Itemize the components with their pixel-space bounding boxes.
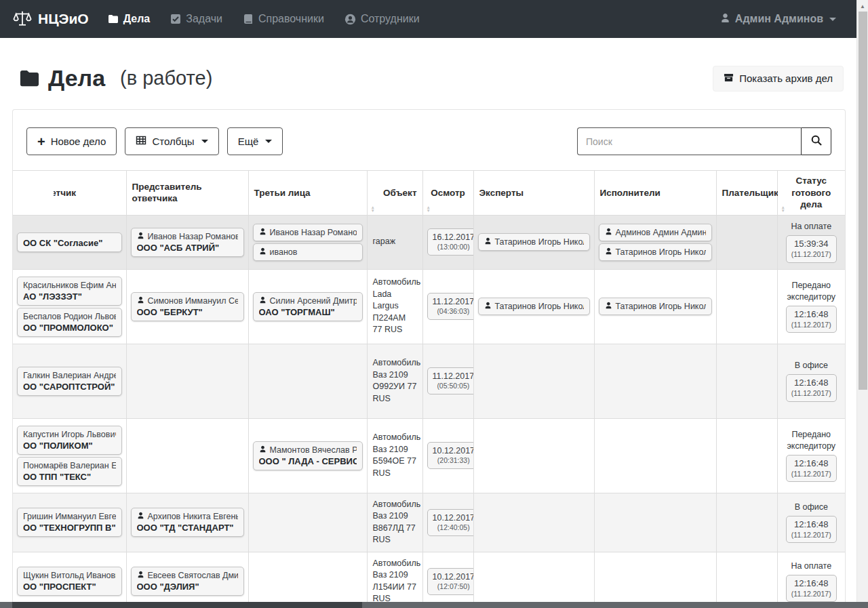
cell-inspection: 11.12.2017 (04:36:03) <box>422 269 473 344</box>
executor-card[interactable]: Админов Админ Админови <box>599 224 712 241</box>
vertical-scrollbar-thumb[interactable] <box>859 12 867 390</box>
nav-tasks[interactable]: Задачи <box>170 13 222 25</box>
person-icon <box>605 247 612 257</box>
representative-card[interactable]: Архипов Никита Евгеньеви ООО "ТД "СТАНДА… <box>131 508 244 537</box>
cell-third-parties: Иванов Назар Романович иванов <box>248 215 367 269</box>
cell-object: гараж <box>367 215 422 269</box>
th-payers[interactable]: Плательщики <box>716 171 777 216</box>
header-row: Ответчик Представитель ответчика Третьи … <box>13 171 845 216</box>
cell-payers <box>716 344 777 418</box>
user-menu[interactable]: Админ Админов <box>720 13 836 26</box>
th-experts[interactable]: Эксперты <box>473 171 594 216</box>
folder-icon <box>19 68 40 89</box>
representative-card[interactable]: Симонов Иммануил Серге ООО "БЕРКУТ" <box>131 292 244 321</box>
search-input[interactable] <box>577 127 801 155</box>
status-badge: 12:16:48 (11.12.2017) <box>786 306 837 333</box>
inspection-badge: 16.12.2017 (13:00:00) <box>427 228 474 256</box>
page-subtitle: (в работе) <box>120 67 212 89</box>
cell-third-parties <box>248 493 367 552</box>
respondent-card[interactable]: Гришин Иммануил Евгень ОО "ТЕХНОГРУПП В" <box>17 508 122 537</box>
third-party-card[interactable]: Мамонтов Вячеслав Роман ООО " ЛАДА - СЕР… <box>253 441 363 470</box>
expert-card[interactable]: Татаринов Игорь Николае <box>478 233 590 251</box>
cell-respondent: Щукин Витольд Иванович ОО "ПРОСПЕКТ" <box>13 552 126 608</box>
th-object[interactable]: Объект ▲▼ <box>367 171 422 216</box>
cell-executors <box>594 493 716 552</box>
nav-directories[interactable]: Справочники <box>243 13 324 25</box>
search-group <box>577 127 831 155</box>
third-party-card[interactable]: иванов <box>253 243 363 261</box>
respondent-card[interactable]: ОО СК "Согласие" <box>17 232 122 252</box>
cell-status: На оплате 12:16:48 (11.12.2017) <box>777 552 845 608</box>
respondent-card[interactable]: Капустин Игорь Львович ОО "ПОЛИКОМ" <box>17 426 122 455</box>
table-row[interactable]: Красильников Ефим Андре АО "ЛЭЗЗЭТ" Бесп… <box>13 269 845 344</box>
page-title: Дела <box>48 65 105 92</box>
executor-card[interactable]: Татаринов Игорь Николае <box>599 243 712 261</box>
cell-status: На оплате 15:39:34 (11.12.2017) <box>777 215 845 269</box>
representative-card[interactable]: Евсеев Святослав Дмитрие ООО "ДЭЛИЯ" <box>131 567 244 596</box>
chevron-down-icon <box>829 18 836 21</box>
cell-representative: Иванов Назар Романович ООО "АСБ АТРИЙ" <box>126 215 248 269</box>
third-party-card[interactable]: Иванов Назар Романович <box>253 224 363 241</box>
person-icon <box>259 228 267 237</box>
show-archive-label: Показать архив дел <box>739 73 833 84</box>
vertical-scrollbar[interactable]: ▲ <box>856 0 868 608</box>
respondent-card[interactable]: Красильников Ефим Андре АО "ЛЭЗЗЭТ" <box>17 277 122 306</box>
brand-logo[interactable]: НЦЭиО <box>12 9 89 29</box>
search-button[interactable] <box>801 127 831 155</box>
third-party-card[interactable]: Силин Арсений Дмитриеви ОАО "ТОРГМАШ" <box>253 292 363 321</box>
new-case-label: Новое дело <box>51 136 106 147</box>
respondent-card[interactable]: Беспалов Родион Львович ОО "ПРОММОЛОКО" <box>17 308 122 337</box>
new-case-button[interactable]: + Новое дело <box>26 127 117 155</box>
brand-label: НЦЭиО <box>38 11 89 27</box>
cell-object: Автомобиль Ваз 2109 Л154ИИ 77 RUS <box>367 552 422 608</box>
scales-icon <box>12 9 33 29</box>
status-badge: 12:16:48 (11.12.2017) <box>786 374 837 402</box>
horizontal-scrollbar-thumb[interactable] <box>12 602 362 608</box>
book-icon <box>243 14 254 24</box>
person-icon <box>137 512 144 521</box>
show-archive-button[interactable]: Показать архив дел <box>713 66 844 92</box>
table-row[interactable]: Гришин Иммануил Евгень ОО "ТЕХНОГРУПП В"… <box>13 493 845 552</box>
cell-object: Автомобиль Ваз 2109 В867ЛД 77 RUS <box>367 493 422 552</box>
cell-respondent: Галкин Валериан Андреев ОО "САРОПТСТРОЙ" <box>13 344 126 418</box>
status-badge: 12:16:48 (11.12.2017) <box>786 516 837 544</box>
scroll-up-icon[interactable]: ▲ <box>857 0 868 9</box>
respondent-card[interactable]: Щукин Витольд Иванович ОО "ПРОСПЕКТ" <box>17 567 122 596</box>
th-respondent[interactable]: Ответчик <box>13 171 126 216</box>
th-executors[interactable]: Исполнители <box>594 171 716 216</box>
cell-respondent: Гришин Иммануил Евгень ОО "ТЕХНОГРУПП В" <box>13 493 126 552</box>
respondent-card[interactable]: Пономарёв Валериан Евге ОО ТПП "ТЕКС" <box>17 457 122 486</box>
table-row[interactable]: Капустин Игорь Львович ОО "ПОЛИКОМ" Поно… <box>13 418 845 493</box>
inspection-badge: 10.12.2017 (20:31:33) <box>427 442 474 469</box>
th-representative[interactable]: Представитель ответчика <box>126 171 248 216</box>
cell-experts: Татаринов Игорь Николае <box>473 269 594 344</box>
user-icon <box>720 13 730 26</box>
nav-employees[interactable]: Сотрудники <box>344 13 420 25</box>
cell-inspection: 16.12.2017 (13:00:00) <box>422 215 473 269</box>
nav-cases-label: Дела <box>123 13 151 25</box>
horizontal-scrollbar[interactable] <box>0 602 868 608</box>
table-row[interactable]: ОО СК "Согласие" Иванов Назар Романович … <box>13 215 845 269</box>
th-third-parties[interactable]: Третьи лица <box>248 171 367 216</box>
columns-button[interactable]: Столбцы <box>125 127 218 155</box>
cell-inspection: 10.12.2017 (12:07:50) <box>422 552 473 608</box>
representative-card[interactable]: Иванов Назар Романович ООО "АСБ АТРИЙ" <box>131 228 244 257</box>
cell-third-parties <box>248 344 367 418</box>
table-row[interactable]: Галкин Валериан Андреев ОО "САРОПТСТРОЙ"… <box>13 344 845 418</box>
cases-panel: + Новое дело Столбцы Ещё <box>12 109 846 608</box>
inspection-badge: 11.12.2017 (05:50:05) <box>427 367 474 394</box>
expert-card[interactable]: Татаринов Игорь Николае <box>478 298 590 315</box>
check-square-icon <box>170 14 181 24</box>
respondent-card[interactable]: Галкин Валериан Андреев ОО "САРОПТСТРОЙ" <box>17 367 122 396</box>
table-row[interactable]: Щукин Витольд Иванович ОО "ПРОСПЕКТ" Евс… <box>13 552 845 608</box>
th-status[interactable]: Статус готового дела ▲▼ <box>777 171 845 216</box>
executor-card[interactable]: Татаринов Игорь Николае <box>599 298 712 315</box>
sort-arrows-icon: ▲▼ <box>427 205 431 212</box>
more-button[interactable]: Ещё <box>227 127 283 155</box>
page-header: Дела (в работе) Показать архив дел <box>19 65 844 92</box>
person-icon <box>259 445 267 455</box>
th-inspection[interactable]: Осмотр ▲▼ <box>422 171 473 216</box>
person-icon <box>259 247 267 257</box>
nav-cases[interactable]: Дела <box>108 13 151 25</box>
person-icon <box>137 571 144 580</box>
